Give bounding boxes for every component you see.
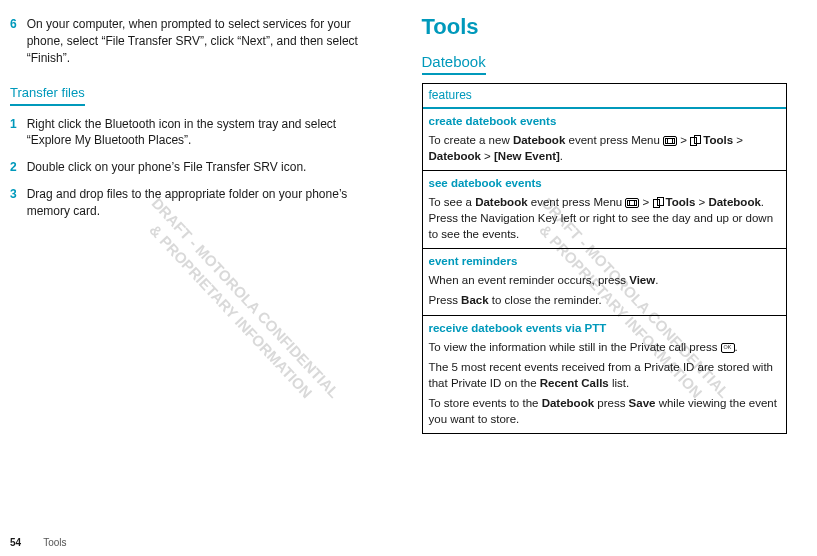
- step-text: Right click the Bluetooth icon in the sy…: [27, 116, 376, 150]
- transfer-files-heading: Transfer files: [10, 84, 85, 105]
- transfer-step-3: 3 Drag and drop files to the appropriate…: [10, 186, 376, 220]
- tools-heading: Tools: [422, 12, 788, 43]
- row-title: receive datebook events via PTT: [429, 320, 781, 336]
- ok-key-icon: [721, 343, 735, 353]
- row-title: create datebook events: [429, 113, 781, 129]
- row-body: To create a new Datebook event press Men…: [429, 132, 781, 164]
- row-body: To see a Datebook event press Menu > Too…: [429, 194, 781, 242]
- menu-key-icon: [625, 198, 639, 208]
- row-body: To view the information while still in t…: [429, 339, 781, 355]
- row-body: The 5 most recent events received from a…: [429, 359, 781, 391]
- menu-key-icon: [663, 136, 677, 146]
- row-receive-ptt: receive datebook events via PTT To view …: [423, 316, 787, 434]
- step-text: Double click on your phone’s File Transf…: [27, 159, 307, 176]
- step-6: 6 On your computer, when prompted to sel…: [10, 16, 376, 66]
- row-body: Press Back to close the reminder.: [429, 292, 781, 308]
- list-icon: [690, 135, 701, 146]
- features-header: features: [423, 84, 787, 109]
- step-number: 3: [10, 186, 17, 220]
- row-body: To store events to the Datebook press Sa…: [429, 395, 781, 427]
- step-number: 2: [10, 159, 17, 176]
- page-number: 54: [10, 536, 21, 550]
- row-event-reminders: event reminders When an event reminder o…: [423, 249, 787, 315]
- footer-section: Tools: [43, 536, 66, 550]
- transfer-step-1: 1 Right click the Bluetooth icon in the …: [10, 116, 376, 150]
- step-number: 6: [10, 16, 17, 66]
- features-table: features create datebook events To creat…: [422, 83, 788, 434]
- row-body: When an event reminder occurs, press Vie…: [429, 272, 781, 288]
- row-see-datebook: see datebook events To see a Datebook ev…: [423, 171, 787, 249]
- row-title: see datebook events: [429, 175, 781, 191]
- page-footer: 54 Tools: [10, 536, 66, 550]
- step-text: Drag and drop files to the appropriate f…: [27, 186, 376, 220]
- list-icon: [653, 197, 664, 208]
- step-text: On your computer, when prompted to selec…: [27, 16, 376, 66]
- step-number: 1: [10, 116, 17, 150]
- row-title: event reminders: [429, 253, 781, 269]
- row-create-datebook: create datebook events To create a new D…: [423, 109, 787, 171]
- transfer-step-2: 2 Double click on your phone’s File Tran…: [10, 159, 376, 176]
- datebook-heading: Datebook: [422, 51, 486, 75]
